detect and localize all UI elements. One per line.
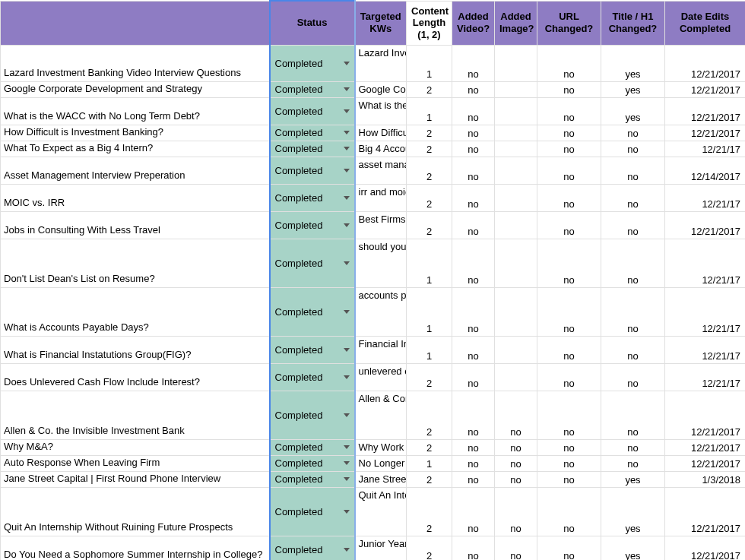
chevron-down-icon[interactable] — [344, 169, 350, 172]
cell-added-video[interactable]: no — [452, 239, 495, 287]
cell-url-changed[interactable]: no — [537, 471, 601, 487]
cell-date-completed[interactable]: 12/21/17 — [665, 336, 746, 363]
table-row[interactable]: Allen & Co. the Invisible Investment Ban… — [1, 391, 746, 439]
cell-status-dropdown[interactable]: Completed — [270, 184, 355, 211]
cell-h1-changed[interactable]: no — [601, 157, 665, 184]
cell-title[interactable]: Why M&A? — [1, 439, 270, 455]
cell-title[interactable]: Allen & Co. the Invisible Investment Ban… — [1, 391, 270, 439]
cell-title[interactable]: How Difficult is Investment Banking? — [1, 125, 270, 141]
cell-date-completed[interactable]: 12/21/2017 — [665, 125, 746, 141]
cell-added-video[interactable]: no — [452, 287, 495, 336]
cell-status-dropdown[interactable]: Completed — [270, 487, 355, 536]
cell-content-length[interactable]: 2 — [407, 81, 452, 97]
cell-added-video[interactable]: no — [452, 471, 495, 487]
cell-content-length[interactable]: 1 — [407, 455, 452, 471]
cell-content-length[interactable]: 2 — [407, 141, 452, 157]
cell-title[interactable]: What is Financial Instatutions Group(FIG… — [1, 336, 270, 363]
table-row[interactable]: What To Expect as a Big 4 Intern?Complet… — [1, 141, 746, 157]
table-row[interactable]: Auto Response When Leaving FirmCompleted… — [1, 455, 746, 471]
table-row[interactable]: What is Accounts Payable Days?Completeda… — [1, 287, 746, 336]
cell-content-length[interactable]: 2 — [407, 184, 452, 211]
cell-content-length[interactable]: 2 — [407, 471, 452, 487]
cell-date-completed[interactable]: 12/21/2017 — [665, 45, 746, 81]
cell-added-image[interactable]: no — [495, 455, 537, 471]
cell-h1-changed[interactable]: yes — [601, 471, 665, 487]
cell-date-completed[interactable]: 12/21/2017 — [665, 211, 746, 239]
cell-date-completed[interactable]: 12/21/2017 — [665, 81, 746, 97]
cell-title[interactable]: Does Unlevered Cash Flow Include Interes… — [1, 363, 270, 391]
cell-added-video[interactable]: no — [452, 97, 495, 125]
cell-url-changed[interactable]: no — [537, 211, 601, 239]
table-row[interactable]: Google Corporate Development and Strateg… — [1, 81, 746, 97]
chevron-down-icon[interactable] — [344, 510, 350, 514]
cell-added-image[interactable] — [495, 81, 537, 97]
cell-status-dropdown[interactable]: Completed — [270, 239, 355, 287]
table-row[interactable]: Do You Need a Sophomore Summer Internshi… — [1, 536, 746, 560]
cell-date-completed[interactable]: 12/21/2017 — [665, 455, 746, 471]
cell-content-length[interactable]: 1 — [407, 97, 452, 125]
cell-url-changed[interactable]: no — [537, 157, 601, 184]
cell-targeted-kws[interactable]: How Difficult i — [355, 125, 407, 141]
cell-title[interactable]: Do You Need a Sophomore Summer Internshi… — [1, 536, 270, 560]
cell-url-changed[interactable]: no — [537, 336, 601, 363]
cell-title[interactable]: What To Expect as a Big 4 Intern? — [1, 141, 270, 157]
cell-title[interactable]: Jane Street Capital | First Round Phone … — [1, 471, 270, 487]
cell-status-dropdown[interactable]: Completed — [270, 336, 355, 363]
cell-h1-changed[interactable]: yes — [601, 81, 665, 97]
cell-status-dropdown[interactable]: Completed — [270, 81, 355, 97]
cell-content-length[interactable]: 2 — [407, 125, 452, 141]
chevron-down-icon[interactable] — [344, 147, 350, 150]
cell-status-dropdown[interactable]: Completed — [270, 536, 355, 560]
cell-title[interactable]: Quit An Internship Without Ruining Futur… — [1, 487, 270, 536]
cell-added-image[interactable] — [495, 125, 537, 141]
cell-url-changed[interactable]: no — [537, 439, 601, 455]
cell-status-dropdown[interactable]: Completed — [270, 455, 355, 471]
cell-targeted-kws[interactable]: Lazard Invest — [355, 45, 407, 81]
cell-h1-changed[interactable]: no — [601, 125, 665, 141]
table-row[interactable]: Asset Management Interview PreperationCo… — [1, 157, 746, 184]
cell-status-dropdown[interactable]: Completed — [270, 211, 355, 239]
cell-added-video[interactable]: no — [452, 336, 495, 363]
chevron-down-icon[interactable] — [344, 375, 350, 379]
cell-added-video[interactable]: no — [452, 536, 495, 560]
header-url-col[interactable]: URL Changed? — [537, 1, 601, 45]
cell-date-completed[interactable]: 1/3/2018 — [665, 471, 746, 487]
cell-targeted-kws[interactable]: irr and moic,m — [355, 184, 407, 211]
chevron-down-icon[interactable] — [344, 310, 350, 314]
cell-added-image[interactable] — [495, 336, 537, 363]
cell-targeted-kws[interactable]: unlevered cas — [355, 363, 407, 391]
cell-targeted-kws[interactable]: Big 4 Account — [355, 141, 407, 157]
cell-title[interactable]: What is Accounts Payable Days? — [1, 287, 270, 336]
cell-h1-changed[interactable]: no — [601, 391, 665, 439]
cell-targeted-kws[interactable]: Quit An Intern — [355, 487, 407, 536]
cell-status-dropdown[interactable]: Completed — [270, 471, 355, 487]
header-length-col[interactable]: Content Length (1, 2) — [407, 1, 452, 45]
table-row[interactable]: Jane Street Capital | First Round Phone … — [1, 471, 746, 487]
cell-title[interactable]: What is the WACC with No Long Term Debt? — [1, 97, 270, 125]
cell-targeted-kws[interactable]: Jane Street C — [355, 471, 407, 487]
table-row[interactable]: Jobs in Consulting With Less TravelCompl… — [1, 211, 746, 239]
cell-content-length[interactable]: 2 — [407, 536, 452, 560]
cell-h1-changed[interactable]: no — [601, 239, 665, 287]
cell-h1-changed[interactable]: no — [601, 336, 665, 363]
cell-targeted-kws[interactable]: Best Firms to , Jobs In Cons — [355, 211, 407, 239]
chevron-down-icon[interactable] — [344, 413, 350, 417]
cell-added-image[interactable] — [495, 141, 537, 157]
cell-status-dropdown[interactable]: Completed — [270, 363, 355, 391]
cell-targeted-kws[interactable]: Allen & Comp — [355, 391, 407, 439]
chevron-down-icon[interactable] — [344, 348, 350, 352]
cell-status-dropdown[interactable]: Completed — [270, 287, 355, 336]
cell-h1-changed[interactable]: yes — [601, 97, 665, 125]
cell-content-length[interactable]: 2 — [407, 487, 452, 536]
cell-h1-changed[interactable]: no — [601, 287, 665, 336]
cell-added-image[interactable] — [495, 363, 537, 391]
cell-status-dropdown[interactable]: Completed — [270, 391, 355, 439]
cell-url-changed[interactable]: no — [537, 141, 601, 157]
header-status-col[interactable]: Status — [270, 1, 355, 45]
cell-added-video[interactable]: no — [452, 363, 495, 391]
chevron-down-icon[interactable] — [344, 261, 350, 265]
cell-targeted-kws[interactable]: No Longer Wi — [355, 455, 407, 471]
table-row[interactable]: Quit An Internship Without Ruining Futur… — [1, 487, 746, 536]
header-image-col[interactable]: Added Image? — [495, 1, 537, 45]
cell-date-completed[interactable]: 12/21/17 — [665, 141, 746, 157]
